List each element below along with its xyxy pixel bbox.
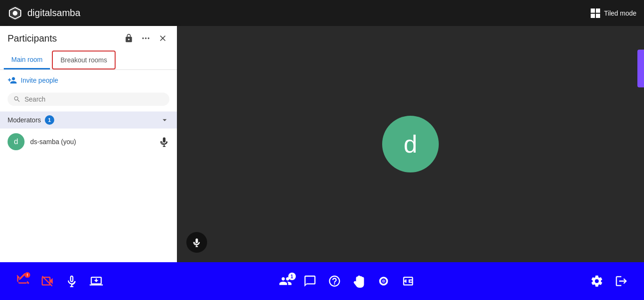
close-panel-button[interactable] xyxy=(156,32,169,45)
moderators-count-badge: 1 xyxy=(45,115,54,125)
leave-icon xyxy=(615,274,628,288)
qa-button[interactable] xyxy=(323,272,346,291)
svg-point-5 xyxy=(148,37,149,39)
video-avatar: d xyxy=(382,116,439,172)
caption-button[interactable] xyxy=(397,272,419,291)
participants-button[interactable]: 1 xyxy=(274,272,297,291)
chevron-down-icon xyxy=(160,115,169,125)
tab-main-room[interactable]: Main room xyxy=(4,51,50,69)
camera-off-indicator: ! xyxy=(25,272,30,278)
lock-button[interactable] xyxy=(122,32,135,45)
video-area: d xyxy=(177,26,644,262)
chat-button[interactable] xyxy=(299,272,321,291)
raise-hand-button[interactable] xyxy=(348,272,370,291)
camera-off-button[interactable] xyxy=(36,272,59,291)
right-controls xyxy=(585,272,633,291)
tabs: Main room Breakout rooms xyxy=(0,51,177,70)
logo-text: digitalsamba xyxy=(27,8,80,18)
search-icon xyxy=(13,95,21,103)
chat-icon xyxy=(303,274,317,288)
participants-badge: 1 xyxy=(288,273,296,280)
svg-point-2 xyxy=(13,11,17,16)
logo-area: digitalsamba xyxy=(8,6,80,21)
invite-people-label: Invite people xyxy=(21,77,58,84)
svg-point-9 xyxy=(382,280,385,283)
right-side-bar[interactable] xyxy=(637,50,644,87)
more-dots-icon xyxy=(141,34,151,43)
main-area: Participants Main room Breakout rooms xyxy=(0,26,644,262)
bottom-bar: ! 1 xyxy=(0,262,644,300)
participant-name: ds-samba (you) xyxy=(30,138,153,146)
video-mic-button[interactable] xyxy=(186,232,207,253)
caption-icon xyxy=(401,274,415,288)
add-person-icon xyxy=(8,76,17,85)
screenshare-button[interactable] xyxy=(85,272,108,291)
videocam-off-icon xyxy=(41,274,54,288)
record-icon xyxy=(377,274,390,288)
svg-point-4 xyxy=(145,37,146,39)
screenshare-icon xyxy=(90,274,103,288)
search-bar xyxy=(8,93,169,106)
tab-breakout-rooms[interactable]: Breakout rooms xyxy=(52,51,116,69)
left-controls: ! xyxy=(11,270,108,292)
mic-icon xyxy=(192,238,201,247)
avatar: d xyxy=(8,133,25,150)
participants-title: Participants xyxy=(8,33,118,44)
settings-button[interactable] xyxy=(585,272,608,291)
moderators-label: Moderators xyxy=(8,116,41,124)
logo-icon xyxy=(8,6,23,21)
settings-icon xyxy=(590,274,603,288)
search-input[interactable] xyxy=(25,95,164,103)
invite-people-button[interactable]: Invite people xyxy=(0,70,177,91)
close-icon xyxy=(158,34,167,43)
top-bar: digitalsamba Tiled mode xyxy=(0,0,644,26)
tiled-icon xyxy=(591,9,600,18)
svg-point-3 xyxy=(142,37,144,39)
leave-button[interactable] xyxy=(610,272,633,291)
lock-icon xyxy=(124,34,134,43)
sidebar-header: Participants xyxy=(0,26,177,51)
center-controls: 1 xyxy=(109,272,584,291)
participant-row: d ds-samba (you) xyxy=(0,129,177,155)
participants-panel: Participants Main room Breakout rooms xyxy=(0,26,177,262)
tiled-mode-label: Tiled mode xyxy=(604,9,636,17)
moderators-section-header[interactable]: Moderators 1 xyxy=(0,111,177,129)
camera-button[interactable]: ! xyxy=(11,270,34,292)
tiled-mode-area[interactable]: Tiled mode xyxy=(591,9,636,18)
record-button[interactable] xyxy=(372,272,395,291)
more-options-button[interactable] xyxy=(139,32,152,45)
microphone-icon xyxy=(65,274,78,288)
back-hand-icon xyxy=(352,274,366,288)
mic-on-icon xyxy=(159,137,169,147)
qa-icon xyxy=(328,274,341,288)
mic-button[interactable] xyxy=(60,272,83,291)
